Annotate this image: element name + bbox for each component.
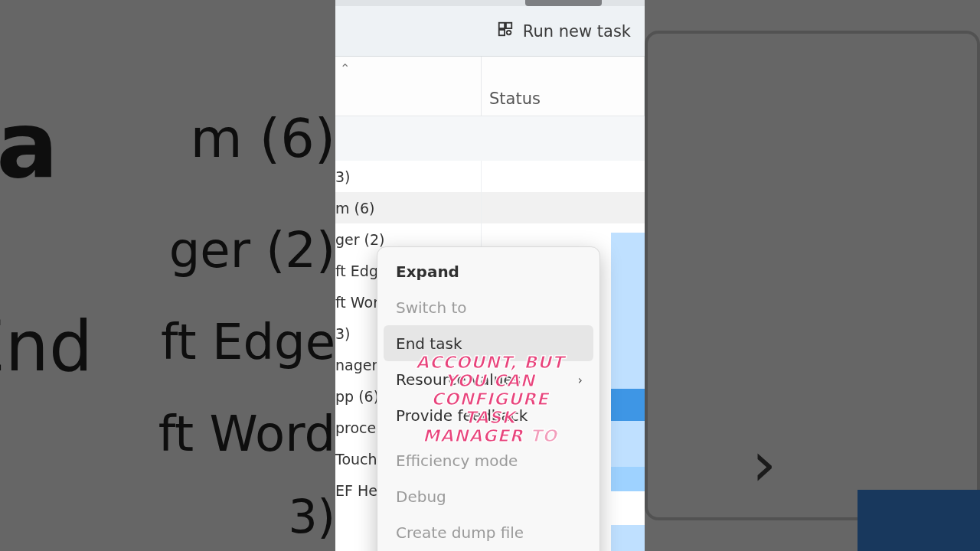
run-new-task-button[interactable]: Run new task — [523, 22, 631, 41]
chevron-right-icon: › — [752, 429, 776, 500]
bg-text: ger (2) — [169, 222, 335, 279]
bg-text: 3) — [288, 490, 335, 543]
pillarbox-right: › — [645, 0, 980, 551]
toolbar: Run new task — [335, 6, 645, 57]
svg-rect-1 — [506, 23, 511, 28]
process-name: 3) — [335, 168, 481, 185]
bg-text: m (6) — [190, 107, 335, 170]
ctx-create-dump: Create dump file — [384, 514, 593, 550]
table-row[interactable]: m (6) — [335, 192, 645, 223]
ctx-switch-to: Switch to — [384, 289, 593, 325]
caption-tail: TO — [524, 426, 557, 445]
column-headers: ⌃ Status — [335, 57, 645, 116]
pillarbox-left: Expa Swit End Reso m (6) ger (2) ft Edge… — [0, 0, 335, 551]
process-name: ger (2) — [335, 231, 481, 248]
process-name: m (6) — [335, 200, 481, 217]
chevron-right-icon: › — [578, 372, 583, 386]
bg-text: ft Word — [158, 406, 335, 462]
sort-caret-icon[interactable]: ⌃ — [340, 61, 350, 76]
ctx-expand[interactable]: Expand — [384, 253, 593, 289]
table-row[interactable]: 3) — [335, 161, 645, 192]
bg-text: End — [0, 306, 93, 386]
ctx-debug: Debug — [384, 478, 593, 514]
bg-text: ft Edge — [161, 314, 335, 370]
run-new-task-icon — [497, 21, 514, 41]
svg-rect-2 — [499, 30, 505, 35]
window-titlebar — [335, 0, 645, 6]
cpu-column — [611, 161, 645, 551]
video-caption: ACCOUNT, BUT YOU CAN CONFIGURE TASK MANA… — [413, 335, 567, 445]
task-manager-window: Run new task ⌃ Status 3) m (6 — [335, 0, 645, 551]
svg-rect-0 — [499, 23, 505, 28]
ctx-efficiency-mode: Efficiency mode — [384, 442, 593, 478]
bg-text: Expa — [0, 92, 58, 198]
column-header-status[interactable]: Status — [481, 57, 645, 116]
